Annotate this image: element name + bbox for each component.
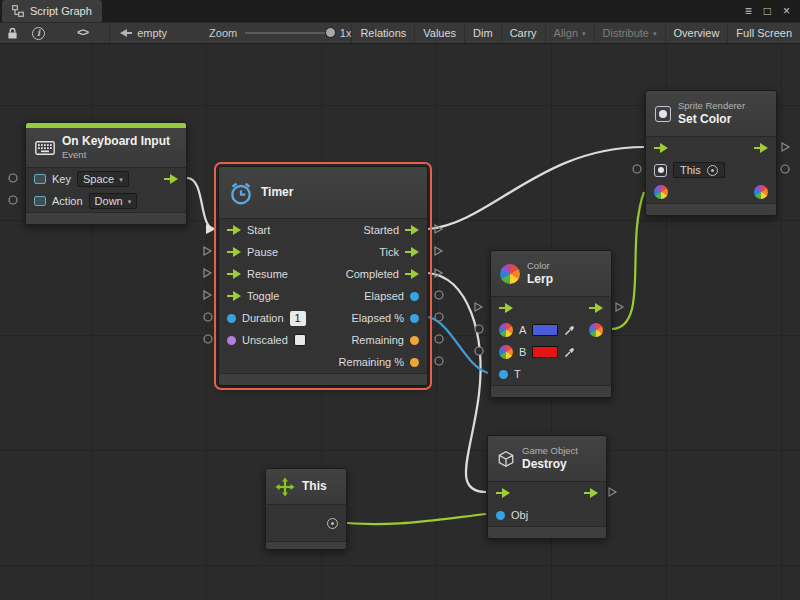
distribute-button[interactable]: Distribute ▾ — [594, 23, 665, 43]
start-port[interactable]: Start — [227, 224, 270, 236]
overview-button[interactable]: Overview — [665, 23, 728, 43]
port-marker-setcolor-flow-out[interactable] — [782, 143, 789, 151]
wire-this-to-destroy-obj[interactable] — [334, 514, 486, 524]
port-marker-remaining[interactable] — [435, 335, 443, 343]
wire-completed-to-destroy-flow[interactable] — [428, 273, 486, 492]
node-title: Destroy — [522, 457, 578, 472]
node-header[interactable]: Game Object Destroy — [488, 436, 606, 482]
unscaled-port[interactable]: Unscaled — [227, 334, 306, 346]
color-port-icon[interactable] — [499, 345, 513, 359]
tick-port[interactable]: Tick — [379, 246, 419, 258]
node-header[interactable]: On Keyboard Input Event — [26, 128, 186, 168]
elapsed-pct-port[interactable]: Elapsed % — [351, 312, 419, 324]
duration-port[interactable]: Duration 1 — [227, 311, 306, 326]
window-menu-icon[interactable]: ≡ — [745, 4, 752, 18]
graph-breadcrumb[interactable]: empty — [110, 27, 177, 39]
port-marker-duration[interactable] — [204, 313, 212, 321]
started-port[interactable]: Started — [364, 224, 419, 236]
lerp-flow-out[interactable] — [589, 303, 603, 313]
eyedropper-icon[interactable] — [564, 347, 575, 358]
color-b-swatch[interactable] — [532, 346, 558, 358]
graph-canvas[interactable]: On Keyboard Input Event Key Space ▾ Acti… — [0, 44, 800, 600]
node-header[interactable]: Timer — [219, 167, 427, 219]
carry-button[interactable]: Carry — [501, 23, 545, 43]
port-marker-lerp-flow-out[interactable] — [616, 303, 623, 311]
color-port-icon[interactable] — [654, 185, 668, 199]
completed-port[interactable]: Completed — [346, 268, 419, 280]
fullscreen-button[interactable]: Full Screen — [727, 23, 800, 43]
color-wheel-icon — [500, 264, 520, 284]
lock-button[interactable] — [0, 23, 25, 43]
zoom-slider-track[interactable] — [245, 32, 332, 34]
zoom-slider[interactable] — [245, 27, 332, 39]
setcolor-value-out-port[interactable] — [754, 185, 768, 199]
action-dropdown[interactable]: Down ▾ — [89, 193, 138, 209]
this-out-port[interactable] — [327, 518, 338, 529]
node-timer[interactable]: Timer Start Started Pause T — [218, 166, 428, 386]
lerp-color-out-port[interactable] — [589, 323, 603, 337]
port-marker-elapsed-pct[interactable] — [435, 313, 443, 321]
node-this[interactable]: This — [265, 468, 347, 550]
trigger-flow-out-port[interactable] — [164, 174, 178, 184]
pause-port[interactable]: Pause — [227, 246, 278, 258]
port-marker-lerp-a[interactable] — [475, 325, 483, 333]
port-marker-destroy-flow-out[interactable] — [609, 488, 616, 496]
port-marker-setcolor-value-out[interactable] — [781, 165, 789, 173]
duration-input[interactable]: 1 — [290, 311, 306, 326]
port-marker-lerp-flow-in[interactable] — [475, 303, 482, 311]
node-destroy[interactable]: Game Object Destroy Obj — [487, 435, 607, 539]
window-maximize-icon[interactable]: □ — [764, 4, 771, 18]
port-marker-unscaled[interactable] — [204, 335, 212, 343]
port-marker-keyboard-action[interactable] — [9, 196, 17, 204]
code-view-button[interactable]: <> — [70, 23, 95, 43]
window-close-icon[interactable]: × — [783, 4, 790, 18]
target-picker-icon[interactable] — [707, 165, 718, 176]
wire-started-to-setcolor-flow[interactable] — [428, 147, 644, 229]
port-marker-setcolor-target[interactable] — [633, 165, 641, 173]
remaining-port[interactable]: Remaining — [351, 334, 419, 346]
flow-in-icon[interactable] — [499, 303, 513, 313]
node-header[interactable]: This — [266, 469, 346, 505]
port-marker-keyboard-key[interactable] — [9, 174, 17, 182]
port-marker-lerp-b[interactable] — [475, 347, 483, 355]
target-field[interactable]: This — [673, 162, 725, 178]
node-header[interactable]: Color Lerp — [491, 251, 611, 297]
action-type-icon — [34, 196, 46, 206]
values-button[interactable]: Values — [414, 23, 464, 43]
port-marker-toggle[interactable] — [204, 291, 211, 299]
node-color-lerp[interactable]: Color Lerp A — [490, 250, 612, 398]
node-subtitle: Event — [62, 149, 170, 161]
flow-out-icon — [405, 225, 419, 235]
info-button[interactable]: i — [25, 23, 52, 43]
remaining-pct-port[interactable]: Remaining % — [339, 356, 419, 368]
port-marker-tick[interactable] — [435, 247, 442, 255]
color-a-swatch[interactable] — [532, 324, 558, 336]
tab-script-graph[interactable]: Script Graph — [2, 0, 102, 22]
elapsed-port[interactable]: Elapsed — [364, 290, 419, 302]
node-header[interactable]: Sprite Renderer Set Color — [646, 91, 776, 137]
zoom-slider-handle[interactable] — [325, 27, 336, 38]
eyedropper-icon[interactable] — [564, 325, 575, 336]
dim-button[interactable]: Dim — [464, 23, 501, 43]
node-on-keyboard-input[interactable]: On Keyboard Input Event Key Space ▾ Acti… — [25, 122, 187, 225]
wire-lerp-to-setcolor-color[interactable] — [612, 192, 644, 329]
node-set-color[interactable]: Sprite Renderer Set Color This — [645, 90, 777, 216]
relations-button[interactable]: Relations — [351, 23, 414, 43]
align-button[interactable]: Align ▾ — [545, 23, 594, 43]
color-port-icon[interactable] — [499, 323, 513, 337]
setcolor-flow-out[interactable] — [754, 143, 768, 153]
toggle-port[interactable]: Toggle — [227, 290, 279, 302]
resume-port[interactable]: Resume — [227, 268, 288, 280]
unscaled-checkbox[interactable] — [294, 334, 306, 346]
wire-keyboard-to-timer-start[interactable] — [187, 178, 215, 229]
port-marker-remaining-pct[interactable] — [435, 357, 443, 365]
flow-in-icon[interactable] — [654, 143, 668, 153]
port-marker-elapsed[interactable] — [435, 291, 443, 299]
port-marker-resume[interactable] — [204, 269, 211, 277]
object-port-icon[interactable] — [496, 511, 505, 520]
flow-in-icon[interactable] — [496, 488, 510, 498]
destroy-flow-out[interactable] — [584, 488, 598, 498]
key-dropdown[interactable]: Space ▾ — [77, 171, 129, 187]
float-port-icon[interactable] — [499, 370, 508, 379]
port-marker-pause[interactable] — [204, 247, 211, 255]
